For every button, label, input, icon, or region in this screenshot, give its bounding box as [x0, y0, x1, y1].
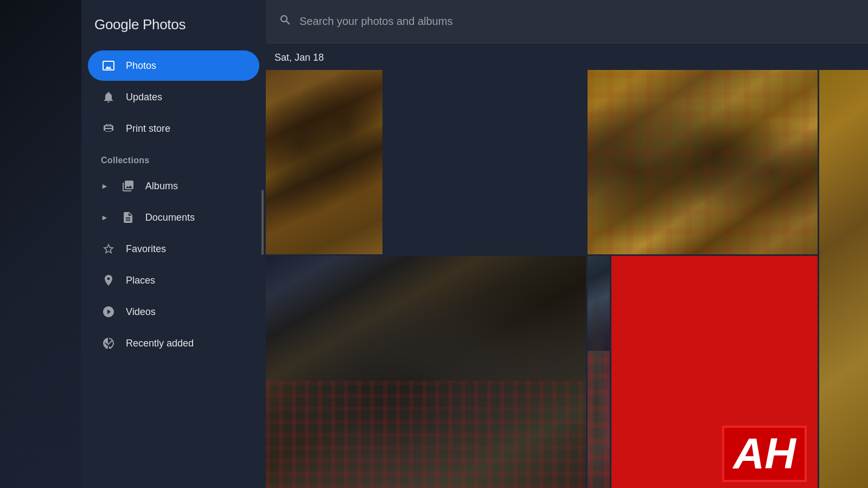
photo-1[interactable] — [266, 70, 382, 254]
photos-label: Photos — [126, 60, 156, 72]
recently-added-label: Recently added — [126, 338, 194, 349]
albums-icon — [120, 178, 136, 194]
favorites-icon — [101, 241, 116, 256]
sidebar-item-videos[interactable]: Videos — [88, 297, 259, 327]
sidebar-item-recently-added[interactable]: Recently added — [88, 328, 259, 358]
photo-5[interactable] — [588, 256, 610, 488]
search-bar — [266, 0, 868, 43]
photos-icon — [101, 58, 116, 73]
albums-label: Albums — [145, 181, 178, 192]
search-input[interactable] — [299, 15, 855, 28]
bell-icon — [101, 89, 116, 105]
date-label: Sat, Jan 18 — [266, 52, 868, 70]
print-store-label: Print store — [126, 123, 170, 134]
photo-right-partial[interactable] — [819, 70, 868, 488]
documents-label: Documents — [145, 212, 195, 223]
sidebar-item-places[interactable]: Places — [88, 265, 259, 296]
photo-4[interactable] — [266, 256, 586, 488]
recently-added-icon — [101, 336, 116, 351]
updates-label: Updates — [126, 92, 162, 103]
sidebar-scrollbar[interactable] — [261, 190, 264, 255]
sidebar-item-documents[interactable]: ► Documents — [88, 202, 259, 233]
print-store-icon — [101, 121, 116, 136]
left-background: Google Photos Photos Updates — [0, 0, 266, 488]
places-label: Places — [126, 275, 155, 286]
places-icon — [101, 273, 116, 288]
collections-heading: Collections — [81, 145, 266, 170]
albums-chevron-icon: ► — [101, 182, 108, 190]
main-content: Sat, Jan 18 — [266, 0, 868, 488]
sidebar: Google Photos Photos Updates — [81, 0, 266, 488]
photo-2[interactable] — [588, 70, 818, 254]
ah-badge: AH — [722, 426, 807, 482]
documents-chevron-icon: ► — [101, 213, 108, 222]
videos-icon — [101, 304, 116, 319]
documents-icon — [120, 210, 136, 225]
sidebar-item-albums[interactable]: ► Albums — [88, 171, 259, 201]
sidebar-item-updates[interactable]: Updates — [88, 82, 259, 112]
sidebar-item-favorites[interactable]: Favorites — [88, 234, 259, 264]
favorites-label: Favorites — [126, 243, 166, 255]
app-title: Google Photos — [81, 11, 266, 49]
sidebar-item-photos[interactable]: Photos — [88, 50, 259, 81]
sidebar-item-print-store[interactable]: Print store — [88, 113, 259, 144]
search-icon — [279, 14, 292, 30]
photo-ah-badge[interactable]: AH — [611, 256, 818, 488]
photos-area: Sat, Jan 18 — [266, 43, 868, 488]
videos-label: Videos — [126, 306, 156, 318]
